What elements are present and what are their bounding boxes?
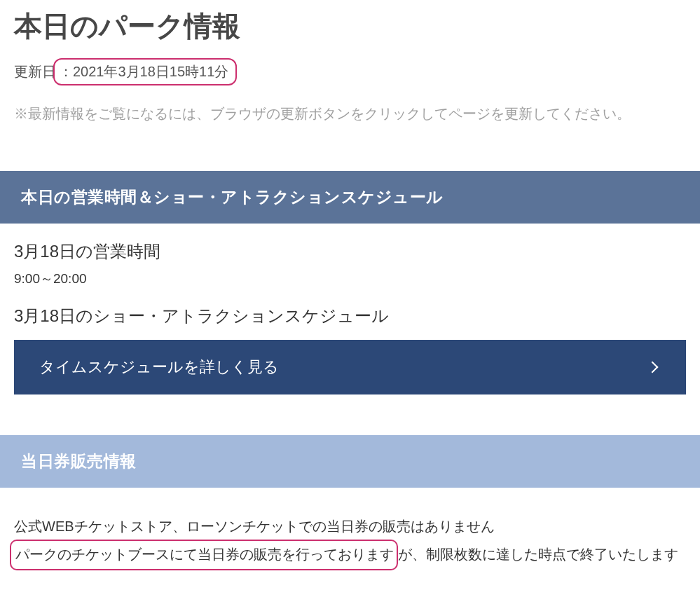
- ticket-line-2-suffix: が、制限枚数に達した時点で終了いたします: [398, 547, 678, 562]
- schedule-title: 3月18日のショー・アトラクションスケジュール: [0, 296, 700, 340]
- operating-hours-title: 3月18日の営業時間: [0, 224, 700, 268]
- operating-hours-value: 9:00～20:00: [0, 268, 700, 296]
- schedule-cta-label: タイムスケジュールを詳しく見る: [39, 357, 279, 378]
- updated-at-colon: ：: [59, 64, 73, 79]
- ticket-booth-highlight: パークのチケットブースにて当日券の販売を行っております: [10, 540, 398, 570]
- ticket-info: 公式WEBチケットストア、ローソンチケットでの当日券の販売はありません パークの…: [0, 488, 700, 570]
- ticket-line-2: パークのチケットブースにて当日券の販売を行っておりますが、制限枚数に達した時点で…: [14, 540, 686, 570]
- updated-at-value: 2021年3月18日15時11分: [73, 64, 228, 79]
- updated-at-row: 更新日 ：2021年3月18日15時11分: [0, 58, 700, 90]
- schedule-cta-button[interactable]: タイムスケジュールを詳しく見る: [14, 340, 686, 394]
- ticket-line-1: 公式WEBチケットストア、ローソンチケットでの当日券の販売はありません: [14, 513, 686, 540]
- refresh-note: ※最新情報をご覧になるには、ブラウザの更新ボタンをクリックしてページを更新してく…: [0, 90, 700, 125]
- updated-at-highlight: ：2021年3月18日15時11分: [53, 58, 237, 85]
- chevron-right-icon: [647, 362, 659, 373]
- updated-at-label: 更新日: [14, 62, 56, 81]
- page-title: 本日のパーク情報: [0, 0, 700, 58]
- section-header-operating: 本日の営業時間＆ショー・アトラクションスケジュール: [0, 171, 700, 224]
- section-header-ticket: 当日券販売情報: [0, 435, 700, 488]
